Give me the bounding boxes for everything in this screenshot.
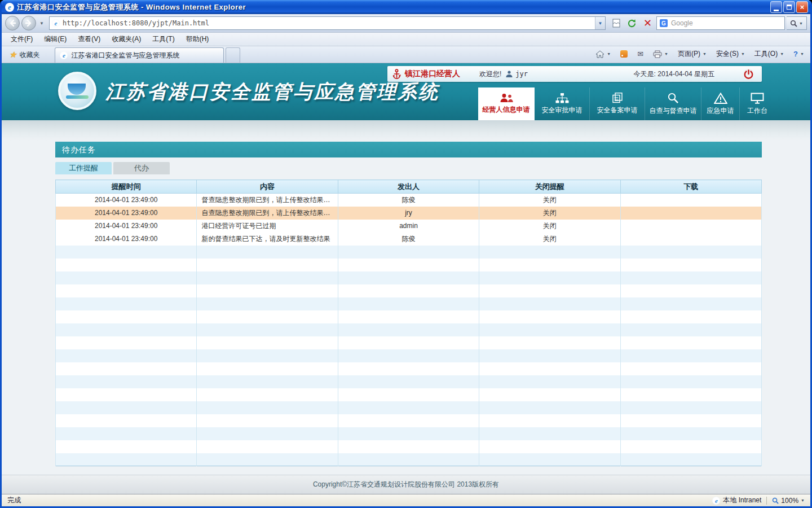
- close-button[interactable]: ×: [796, 1, 808, 13]
- zoom-magnifier-icon: [772, 497, 779, 504]
- help-button[interactable]: ? ▼: [789, 47, 808, 61]
- chevron-down-icon: ▼: [780, 52, 784, 56]
- panel-tabs: 工作提醒 代办: [55, 162, 762, 174]
- nav-emergency[interactable]: 应急申请: [701, 87, 740, 120]
- mail-icon: ✉: [637, 50, 643, 58]
- menu-file[interactable]: 文件(F): [5, 33, 38, 46]
- window-title: 江苏省港口安全监管与应急管理系统 - Windows Internet Expl…: [17, 2, 770, 12]
- url-text[interactable]: http://localhost:8080/yjpt/Main.html: [63, 19, 592, 27]
- forward-button[interactable]: [21, 16, 36, 30]
- minimize-button[interactable]: [770, 1, 782, 13]
- favorites-label: 收藏夹: [19, 50, 39, 60]
- search-input[interactable]: Google: [671, 19, 782, 27]
- navigation-bar: ▼ e http://localhost:8080/yjpt/Main.html…: [2, 14, 810, 33]
- page-favicon: e: [52, 19, 60, 27]
- todo-table-body: 2014-04-01 23:49:00督查隐患整改期限已到，请上传整改结果…陈俊…: [56, 194, 762, 466]
- browser-tab[interactable]: e 江苏省港口安全监管与应急管理系统: [55, 47, 224, 63]
- tab-title: 江苏省港口安全监管与应急管理系统: [71, 51, 179, 60]
- close-reminder-link[interactable]: 关闭: [543, 196, 557, 204]
- menu-tools[interactable]: 工具(T): [147, 33, 180, 46]
- power-icon: [743, 68, 754, 80]
- column-header-time: 提醒时间: [56, 180, 197, 194]
- feeds-button[interactable]: [616, 47, 632, 61]
- current-date: 今天是: 2014-04-04 星期五: [634, 69, 714, 79]
- logout-button[interactable]: [742, 67, 755, 81]
- menu-view[interactable]: 查看(V): [72, 33, 106, 46]
- tab-work-reminder[interactable]: 工作提醒: [55, 162, 112, 174]
- favorites-button[interactable]: ★ 收藏夹: [4, 48, 45, 62]
- menu-help[interactable]: 帮助(H): [180, 33, 215, 46]
- zoom-control[interactable]: 100% ▼: [772, 497, 805, 505]
- safety-menu-button[interactable]: 安全(S) ▼: [712, 47, 749, 61]
- anchor-icon: [392, 69, 401, 80]
- search-button[interactable]: ▼: [787, 16, 807, 30]
- welcome-label: 欢迎您!: [479, 69, 501, 79]
- new-tab-button[interactable]: [226, 47, 240, 63]
- help-icon: ?: [793, 50, 798, 58]
- ie-icon: e: [5, 3, 14, 12]
- home-button[interactable]: ▼: [592, 47, 615, 61]
- user-avatar-icon: [505, 70, 513, 78]
- table-header-row: 提醒时间 内容 发出人 关闭提醒 下载: [56, 180, 762, 194]
- compatibility-view-button[interactable]: [609, 16, 623, 30]
- empty-row: [56, 349, 762, 362]
- empty-row: [56, 246, 762, 259]
- empty-row: [56, 271, 762, 284]
- status-text: 完成: [7, 496, 21, 505]
- nav-workbench[interactable]: 工作台: [740, 87, 775, 120]
- google-icon: G: [660, 19, 668, 27]
- search-box[interactable]: G Google: [656, 16, 785, 30]
- menu-favorites[interactable]: 收藏夹(A): [106, 33, 147, 46]
- maximize-button[interactable]: [783, 1, 795, 13]
- tab-delegate[interactable]: 代办: [113, 162, 170, 174]
- main-nav: 经营人信息申请 安全审批申请 安全备案申请: [478, 87, 775, 120]
- rss-icon: [620, 50, 628, 58]
- favorites-bar: ★ 收藏夹 e 江苏省港口安全监管与应急管理系统 ▼ ✉ ▼ 页面(P) ▼: [2, 46, 810, 63]
- page-menu-button[interactable]: 页面(P) ▼: [674, 47, 710, 61]
- search-icon: [790, 20, 797, 27]
- chevron-down-icon: ▼: [664, 52, 668, 56]
- empty-row: [56, 427, 762, 440]
- monitor-icon: [751, 93, 764, 104]
- empty-row: [56, 401, 762, 414]
- stop-button[interactable]: ✕: [641, 16, 655, 30]
- zoom-level: 100%: [781, 497, 798, 505]
- column-header-close: 关闭提醒: [479, 180, 620, 194]
- column-header-sender: 发出人: [338, 180, 479, 194]
- refresh-button[interactable]: [625, 16, 639, 30]
- zone-label: 本地 Intranet: [723, 496, 761, 505]
- user-info-band: 镇江港口经营人 欢迎您! jyr 今天是: 2014-04-04 星期五: [387, 66, 762, 82]
- empty-row: [56, 375, 762, 388]
- tools-menu-button[interactable]: 工具(O) ▼: [751, 47, 788, 61]
- close-reminder-link[interactable]: 关闭: [543, 222, 557, 230]
- empty-row: [56, 310, 762, 323]
- tab-favicon: e: [60, 51, 68, 59]
- chevron-down-icon: ▼: [801, 498, 805, 502]
- back-button[interactable]: [5, 16, 20, 30]
- empty-row: [56, 440, 762, 453]
- title-bar[interactable]: e 江苏省港口安全监管与应急管理系统 - Windows Internet Ex…: [2, 0, 810, 14]
- print-button[interactable]: ▼: [649, 47, 672, 61]
- refresh-icon: [627, 19, 637, 28]
- close-reminder-link[interactable]: 关闭: [543, 209, 557, 217]
- menu-edit[interactable]: 编辑(E): [38, 33, 72, 46]
- role-badge: 镇江港口经营人: [392, 69, 460, 80]
- chevron-down-icon: ▼: [741, 52, 745, 56]
- close-reminder-link[interactable]: 关闭: [543, 235, 557, 243]
- nav-operator-info[interactable]: 经营人信息申请: [478, 87, 535, 120]
- nav-safety-approval[interactable]: 安全审批申请: [535, 87, 590, 120]
- empty-row: [56, 414, 762, 427]
- nav-inspection[interactable]: 自查与督查申请: [645, 87, 701, 120]
- nav-safety-record[interactable]: 安全备案申请: [590, 87, 645, 120]
- site-logo: [58, 72, 96, 110]
- table-row: 2014-04-01 23:49:00自查隐患整改期限已到，请上传整改结果…jr…: [56, 207, 762, 220]
- address-bar[interactable]: e http://localhost:8080/yjpt/Main.html ▼: [49, 16, 606, 30]
- empty-row: [56, 362, 762, 375]
- empty-row: [56, 259, 762, 271]
- recent-pages-dropdown[interactable]: ▼: [38, 21, 46, 26]
- read-mail-button[interactable]: ✉: [633, 47, 647, 61]
- forward-arrow-icon: [24, 19, 33, 28]
- address-dropdown[interactable]: ▼: [595, 17, 605, 29]
- command-bar: ▼ ✉ ▼ 页面(P) ▼ 安全(S) ▼ 工具(O) ▼ ? ▼: [592, 46, 808, 63]
- home-icon: [595, 50, 604, 58]
